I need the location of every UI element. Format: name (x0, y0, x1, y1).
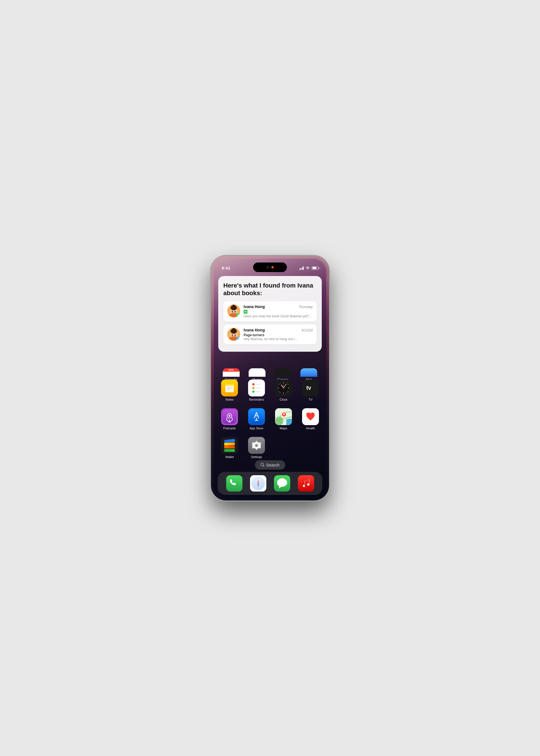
svg-point-16 (232, 334, 233, 336)
app-row-2: Podcasts (219, 408, 321, 430)
avatar-1 (227, 304, 240, 317)
app-item-clock[interactable]: Clock (273, 379, 294, 401)
siri-title: Here's what I found from Ivana about boo… (223, 282, 317, 297)
podcasts-svg (222, 410, 236, 424)
app-item-maps[interactable]: Maps (273, 408, 294, 430)
notes-icon (221, 379, 238, 396)
calendar-month: MON (223, 368, 240, 372)
msg-2-date: 4/12/24 (302, 328, 313, 332)
svg-point-15 (232, 328, 235, 331)
msg-1-preview: Have you read the book Good Material yet… (243, 314, 313, 318)
phone-icon (226, 475, 242, 492)
appstore-svg (249, 410, 264, 424)
msg-1-content: Ivana Hong Thursday Have you read the bo… (243, 304, 313, 318)
msg-2-name: Ivana Hong (243, 328, 265, 332)
svg-point-58 (255, 444, 258, 447)
front-camera (266, 266, 269, 269)
status-time: 9:41 (222, 266, 230, 270)
app-label-wallet: Wallet (225, 455, 234, 459)
tv-svg: tv (305, 382, 317, 393)
settings-inner (250, 439, 263, 452)
app-label-tv: TV (309, 398, 313, 401)
msg-1-name: Ivana Hong (243, 304, 265, 309)
messages-icon (274, 475, 290, 492)
battery-icon (312, 266, 318, 270)
wallet-inner (222, 438, 236, 452)
health-svg (304, 410, 318, 424)
msg-1-date: Thursday (299, 305, 313, 309)
wallet-icon (221, 437, 238, 454)
svg-line-60 (263, 466, 264, 467)
phone-screen: 9:41 Here's what I found from Ivana abou… (214, 258, 326, 498)
dock-app-music[interactable] (296, 475, 316, 492)
svg-rect-50 (249, 410, 264, 424)
search-bar[interactable]: Search (255, 460, 285, 470)
msg-2-content: Ivana Hong 4/12/24 Page-turners Hey Mari… (243, 328, 313, 341)
clock-icon (275, 379, 292, 396)
app-label-clock: Clock (280, 398, 287, 401)
app-item-podcasts[interactable]: Podcasts (219, 408, 240, 430)
reminders-inner (249, 381, 264, 395)
app-item-settings[interactable]: Settings (246, 437, 267, 459)
app-label-health: Health (306, 426, 315, 430)
appstore-icon (248, 408, 265, 425)
msg-1-app-icon (243, 310, 247, 314)
tv-text: tv (305, 382, 317, 393)
podcasts-icon (221, 408, 238, 425)
signal-icon (299, 266, 304, 270)
settings-gear (251, 440, 262, 451)
dock-app-safari[interactable] (248, 475, 268, 492)
svg-text:tv: tv (306, 384, 311, 391)
clock-svg (276, 381, 291, 395)
svg-point-7 (234, 311, 236, 312)
msg-2-preview: Hey Marissa, so nice to hang out t... (243, 337, 313, 341)
dock-app-messages[interactable] (272, 475, 292, 492)
svg-point-6 (232, 311, 233, 312)
health-icon (302, 408, 319, 425)
dynamic-island (253, 262, 287, 272)
app-item-notes[interactable]: Notes (219, 379, 240, 401)
maps-svg (275, 408, 292, 425)
msg-2-subtitle: Page-turners (243, 333, 313, 337)
svg-point-43 (283, 387, 284, 388)
siri-message-2[interactable]: Ivana Hong 4/12/24 Page-turners Hey Mari… (223, 324, 317, 344)
app-row-1: Notes (219, 379, 321, 401)
safari-icon (250, 475, 266, 492)
app-label-appstore: App Store (250, 426, 264, 430)
dock (218, 472, 322, 495)
notes-svg (222, 381, 236, 395)
messages-svg (276, 478, 288, 489)
svg-point-5 (232, 305, 235, 308)
svg-rect-22 (225, 384, 234, 386)
search-label: Search (266, 463, 280, 467)
status-icons (299, 266, 319, 270)
music-svg (301, 479, 311, 488)
svg-point-56 (283, 413, 285, 415)
avatar-2 (227, 328, 240, 341)
siri-message-1[interactable]: Ivana Hong Thursday Have you read the bo… (223, 301, 317, 322)
iphone-frame: 9:41 Here's what I found from Ivana abou… (211, 256, 329, 501)
app-label-notes: Notes (225, 398, 234, 401)
search-icon (260, 463, 264, 467)
reminders-icon (248, 379, 265, 396)
dock-app-phone[interactable] (224, 475, 244, 492)
safari-svg (251, 477, 265, 490)
activity-indicator (271, 266, 274, 268)
app-item-reminders[interactable]: Reminders (246, 379, 267, 401)
wifi-icon (306, 266, 310, 270)
app-row-3: Wallet (219, 437, 321, 459)
svg-point-17 (234, 334, 236, 336)
app-item-appstore[interactable]: App Store (246, 408, 267, 430)
app-item-tv[interactable]: tv TV (300, 379, 321, 401)
app-label-podcasts: Podcasts (223, 426, 236, 430)
phone-svg (229, 479, 239, 488)
app-grid: Notes (219, 379, 321, 466)
music-icon (298, 475, 314, 492)
app-item-health[interactable]: Health (300, 408, 321, 430)
svg-point-47 (229, 415, 230, 417)
tv-icon: tv (302, 379, 319, 396)
app-label-maps: Maps (280, 426, 287, 430)
maps-icon (275, 408, 292, 425)
app-item-wallet[interactable]: Wallet (219, 437, 240, 459)
siri-card[interactable]: Here's what I found from Ivana about boo… (218, 276, 322, 352)
